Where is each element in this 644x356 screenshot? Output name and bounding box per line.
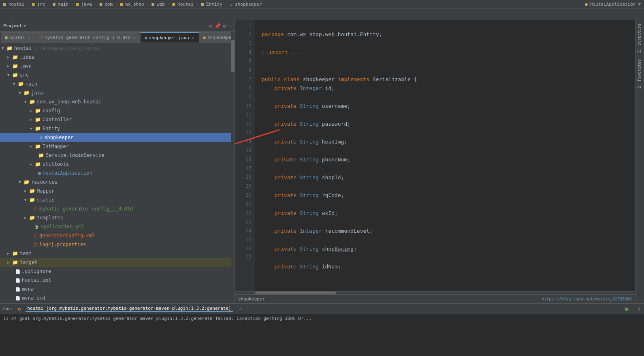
project-tree[interactable]: ▼ 📁 houtai C:\WorkSpace\intelij\houtai ▶… [0,43,231,303]
folder-utiltools-icon: 📁 [35,161,41,167]
folder-target-icon: 📁 [12,259,18,265]
gear-run-icon: ⚙ [18,306,21,312]
line-num-21: 21 [235,199,252,208]
run-up-button[interactable]: ↑ [638,306,641,312]
tree-item-java[interactable]: ▼ 📁 java [0,88,231,97]
sidebar-header: Project ▼ ⚙ 📌 ⚙ − [0,20,235,32]
sidebar-scrollbar[interactable] [231,32,235,303]
tab-mybatis-close[interactable]: × [132,35,136,40]
tree-item-package[interactable]: ▼ 📁 com.wx_shop.web.houtai [0,97,231,106]
tab-shopkeeperMapper[interactable]: ● shopkeeperMapper.java × [199,32,231,43]
status-filename: shopkeeper [238,296,265,302]
top-java-label: java [81,2,92,7]
pin-icon[interactable]: 📌 [215,23,221,29]
tree-item-target[interactable]: ▶ 📁 target [0,258,231,267]
tree-arrow-test: ▶ [7,251,11,255]
right-strip-label-structure[interactable]: Z: Structure [635,20,644,56]
top-dropdown-icon[interactable]: ▼ [638,2,641,7]
tree-label-mvnw: mvnw [22,286,34,292]
run-play-button[interactable]: ▶ [625,305,629,313]
tree-arrow-src: ▼ [7,73,11,77]
top-wx-icon: ■ [120,2,123,7]
tree-item-mybatis-dtd[interactable]: ⬡ mybatis-generator-config_1_0.dtd [0,204,231,213]
line-num-20: 20 [235,191,252,199]
tab-mybatis[interactable]: ⬡ mybatis-generator-config_1_0.dtd × [35,32,141,43]
tree-item-utiltools[interactable]: ▶ 📁 utiltools [0,160,231,169]
tree-item-mapper[interactable]: ▶ 📁 Mapper [0,187,231,195]
tree-item-generatorxml[interactable]: ⬡ generatorConfig.xml [0,231,231,240]
right-strip-label-favorites[interactable]: 2: Favorites [635,56,644,92]
tree-item-main[interactable]: ▼ 📁 main [0,79,231,88]
tree-item-service[interactable]: 📁 Service.loginService [0,151,231,160]
sidebar-header-left: Project ▼ [3,23,26,28]
project-label: Project [3,23,22,28]
tree-item-src[interactable]: ▼ 📁 src [0,71,231,79]
right-strip: Z: Structure 2: Favorites [635,20,644,303]
tree-label-src: src [20,72,29,78]
tree-item-entity[interactable]: ▼ 📁 Entity [0,124,231,133]
gear-icon[interactable]: ⚙ [223,23,226,29]
tree-item-test[interactable]: ▶ 📁 test [0,249,231,258]
tree-item-mvn[interactable]: ▶ 📁 .mvn [0,62,231,71]
tree-item-houtaiapp[interactable]: ● HoutaiApplication [0,169,231,178]
tree-label-target: target [20,259,37,265]
tree-item-appyml[interactable]: 🍃 application.yml [0,222,231,231]
code-content[interactable]: package com.wx_shop.web.houtai.Entity; [… [255,20,635,291]
tree-label-config: config [43,108,60,114]
editor-tab-bar [0,9,644,20]
tree-item-intmapper[interactable]: ▶ 📁 IntMapper [0,142,231,151]
tab-shopkeeperMapper-label: shopkeeperMapper.java [207,35,231,40]
folder-package-icon: 📁 [29,99,35,105]
tab-shopkeeper[interactable]: ● shopkeeper.java × [141,32,199,43]
sidebar-scrollbar-thumb [231,40,235,72]
top-web-label: web [157,2,165,7]
tree-item-config[interactable]: ▶ 📁 config [0,106,231,115]
project-dropdown-icon[interactable]: ▼ [23,24,26,28]
folder-mvn-icon: 📁 [12,63,18,69]
tab-shopkeeper-close[interactable]: × [191,36,195,40]
folder-resources-icon: 📁 [23,179,30,185]
tree-item-shopkeeper[interactable]: ● shopkeeper [0,133,231,142]
tree-item-log4j[interactable]: ⬡ log4j.properties [0,240,231,249]
tree-arrow-intmapper: ▶ [30,144,34,148]
tab-shopkeeper-label: shopkeeper.java [149,35,189,41]
tab-run[interactable]: houtai [org.mybatis.generator:mybatis-ge… [26,306,232,312]
tree-item-gitignore[interactable]: 📄 .gitignore [0,267,231,276]
status-link[interactable]: https://blog.csdn.net/weixin_41758046 [542,297,632,301]
top-houtai-label: houtai [9,2,25,7]
tab-houtai-close[interactable]: × [27,35,31,40]
code-line-11: private String password; [262,121,350,127]
tree-item-houtiml[interactable]: 📄 houtai.iml [0,276,231,285]
tree-item-resources[interactable]: ▼ 📁 resources [0,178,231,187]
code-area: 1 2 3 4 5 6 7 8 9 10 11 12 13 14 15 16 1 [235,20,635,291]
tree-arrow-main: ▼ [13,82,17,86]
tab-run-close[interactable]: × [239,307,242,311]
tree-item-idea[interactable]: ▶ 📁 .idea [0,53,231,62]
tree-label-appyml: application.yml [41,224,84,229]
tree-item-controller[interactable]: ▶ 📁 Controller [0,115,231,124]
tree-item-mvnw[interactable]: 📄 mvnw [0,285,231,294]
folder-src-icon: 📁 [12,72,18,78]
tree-label-mapper: Mapper [37,188,54,194]
tree-label-static: static [37,197,54,203]
tree-item-houtai[interactable]: ▼ 📁 houtai C:\WorkSpace\intelij\houtai [0,44,231,53]
tree-item-static[interactable]: ▼ 📁 static [0,195,231,204]
tree-arrow-config: ▶ [30,109,34,113]
collapse-icon[interactable]: − [228,23,231,29]
top-houtai2-icon: ■ [172,2,175,7]
top-src-icon: ■ [32,2,35,7]
tree-item-mvnwcmd[interactable]: 📄 mvnw.cmd [0,294,231,302]
tab-houtai[interactable]: ■ houtai × [1,32,35,43]
editor-hscrollbar[interactable] [235,291,635,294]
tree-label-houtiml: houtai.iml [22,277,51,283]
project-sidebar: Project ▼ ⚙ 📌 ⚙ − ■ [0,20,235,303]
folder-mapper-icon: 📁 [29,188,35,194]
tree-item-templates[interactable]: ▶ 📁 templates [0,213,231,222]
code-line-3: [-]import ... [262,49,301,55]
settings-icon[interactable]: ⚙ [209,23,212,29]
file-mybatis-dtd-icon: ⬡ [34,207,38,211]
bottom-log-text: li of goal org.mybatis.generator:mybatis… [3,316,312,321]
line-num-18: 18 [235,173,252,182]
tree-arrow-houtai: ▼ [2,46,6,50]
top-breadcrumb-bar: ■ houtai › ■ src › ■ main › ■ java › ■ c… [0,0,644,9]
